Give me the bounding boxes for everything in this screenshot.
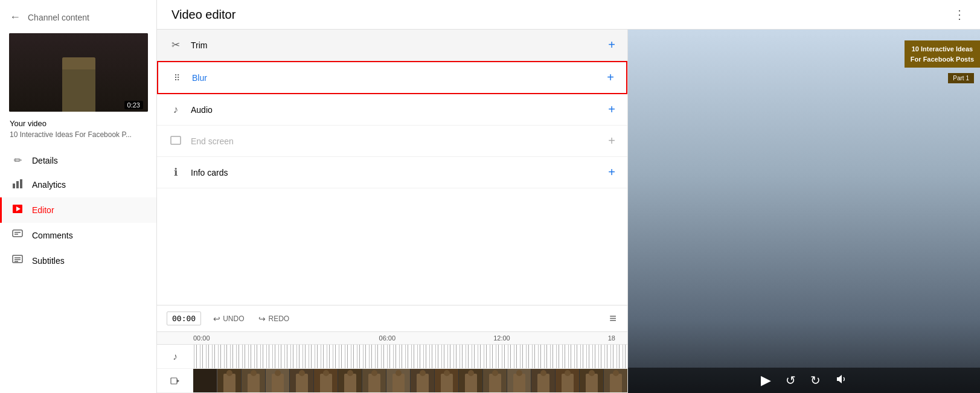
editor-tools-panel: ✂ Trim + ⠿ Blur +: [157, 30, 628, 393]
editor-area: ✂ Trim + ⠿ Blur +: [157, 30, 980, 393]
end-screen-icon: [169, 136, 182, 147]
comments-label: Comments: [32, 231, 73, 240]
redo-label: REDO: [268, 315, 289, 323]
sidebar-item-details[interactable]: ✏ Details: [0, 149, 156, 172]
ruler-mark-0: 00:00: [193, 334, 210, 342]
thumbnail-duration: 0:23: [124, 101, 143, 109]
preview-overlay-title: 10 Interactive IdeasFor Facebook Posts: [905, 40, 980, 68]
audio-tool[interactable]: ♪ Audio +: [157, 94, 627, 126]
blur-tool[interactable]: ⠿ Blur +: [157, 61, 627, 94]
details-label: Details: [32, 156, 58, 165]
redo-icon: ↪: [258, 314, 266, 324]
editor-icon: [11, 203, 24, 217]
app-container: ← Channel content 0:23 Your video 10 Int…: [0, 0, 980, 393]
video-track-icon: [157, 369, 193, 393]
video-frames: [217, 369, 627, 392]
pencil-icon: ✏: [11, 155, 24, 166]
sidebar-item-subtitles[interactable]: Subtitles: [0, 248, 156, 273]
undo-button[interactable]: ↩ UNDO: [211, 313, 246, 325]
comments-icon: [11, 229, 24, 242]
content-area: Video editor ⋮ ✂ Trim +: [157, 0, 980, 393]
sidebar-item-analytics[interactable]: Analytics: [0, 172, 156, 197]
audio-tool-left: ♪ Audio: [169, 104, 213, 116]
video-frame-first: [193, 369, 217, 393]
end-screen-tool[interactable]: End screen +: [157, 126, 627, 157]
svg-rect-1: [16, 181, 19, 188]
subtitles-icon: [11, 254, 24, 267]
sidebar-item-comments[interactable]: Comments: [0, 223, 156, 248]
trim-add-button[interactable]: +: [608, 38, 615, 52]
timecode-display: 00:00: [167, 312, 201, 325]
back-icon: ←: [10, 11, 21, 24]
editor-label: Editor: [32, 205, 54, 215]
end-screen-tool-left: End screen: [169, 136, 234, 147]
audio-icon: ♪: [169, 104, 182, 116]
svg-rect-0: [13, 184, 15, 188]
ruler-mark-2: 12:00: [493, 334, 510, 342]
video-thumbnail: 0:23: [9, 33, 148, 112]
main-area: ← Channel content 0:23 Your video 10 Int…: [0, 0, 980, 393]
audio-add-button[interactable]: +: [608, 103, 615, 117]
preview-controls: ▶ ↺ ↻: [628, 368, 980, 393]
timeline-tracks: ♪: [157, 345, 627, 393]
audio-track-icon: ♪: [157, 345, 193, 369]
content-header: Video editor ⋮: [157, 0, 980, 30]
preview-area: 10 Interactive IdeasFor Facebook Posts P…: [628, 30, 980, 393]
redo-button[interactable]: ↪ REDO: [256, 313, 292, 325]
tool-list: ✂ Trim + ⠿ Blur +: [157, 30, 627, 305]
info-cards-icon: ℹ: [169, 166, 182, 179]
end-screen-add-button[interactable]: +: [608, 134, 615, 148]
preview-video: 10 Interactive IdeasFor Facebook Posts P…: [628, 30, 980, 393]
timeline-controls: 00:00 ↩ UNDO ↪ REDO ≡: [157, 305, 627, 332]
volume-button[interactable]: [835, 373, 847, 388]
forward-button[interactable]: ↻: [810, 373, 821, 388]
svg-rect-2: [20, 179, 22, 188]
audio-track: [193, 345, 627, 369]
replay-button[interactable]: ↺: [786, 373, 796, 388]
play-button[interactable]: ▶: [761, 372, 771, 388]
trim-icon: ✂: [169, 39, 182, 51]
undo-icon: ↩: [213, 314, 220, 324]
svg-rect-5: [13, 230, 22, 237]
ruler-mark-3: 18: [608, 334, 615, 342]
subtitles-label: Subtitles: [32, 256, 65, 266]
timeline-menu-icon[interactable]: ≡: [609, 312, 618, 325]
info-cards-tool-left: ℹ Info cards: [169, 166, 228, 179]
video-track: // Will fill via JS below: [193, 369, 627, 393]
sidebar-item-editor[interactable]: Editor: [0, 197, 156, 223]
blur-icon: ⠿: [170, 73, 184, 83]
analytics-icon: [11, 178, 24, 191]
audio-label: Audio: [191, 105, 213, 115]
undo-label: UNDO: [223, 315, 244, 323]
end-screen-label: End screen: [191, 136, 234, 146]
trim-label: Trim: [191, 40, 207, 50]
blur-label: Blur: [192, 73, 207, 83]
info-cards-add-button[interactable]: +: [608, 165, 615, 179]
ruler-mark-1: 06:00: [379, 334, 396, 342]
info-cards-label: Info cards: [191, 168, 228, 177]
track-icon-column: ♪: [157, 345, 193, 393]
sidebar-header[interactable]: ← Channel content: [0, 6, 156, 33]
video-label: Your video: [0, 119, 156, 130]
timeline-area: 00:00 ↩ UNDO ↪ REDO ≡: [157, 305, 627, 393]
svg-marker-14: [177, 379, 179, 383]
svg-rect-12: [171, 136, 181, 144]
blur-tool-left: ⠿ Blur: [170, 73, 207, 83]
channel-content-link[interactable]: Channel content: [28, 13, 89, 22]
tracks-content: // Will fill via JS below: [193, 345, 627, 393]
blur-add-button[interactable]: +: [607, 71, 614, 85]
audio-waveform: [193, 345, 627, 368]
page-title: Video editor: [171, 8, 235, 22]
trim-tool[interactable]: ✂ Trim +: [157, 30, 627, 61]
preview-background: [628, 30, 980, 393]
timeline-ruler: 00:00 06:00 12:00 18: [157, 332, 627, 345]
more-menu-icon[interactable]: ⋮: [953, 7, 966, 22]
svg-rect-13: [171, 378, 177, 384]
sidebar: ← Channel content 0:23 Your video 10 Int…: [0, 0, 157, 393]
overlay-title-text: 10 Interactive IdeasFor Facebook Posts: [911, 45, 974, 63]
preview-overlay-sub: Part 1: [948, 73, 974, 83]
info-cards-tool[interactable]: ℹ Info cards +: [157, 157, 627, 188]
analytics-label: Analytics: [32, 180, 66, 190]
video-subtitle: 10 Interactive Ideas For Facebook P...: [0, 130, 156, 149]
trim-tool-left: ✂ Trim: [169, 39, 207, 51]
